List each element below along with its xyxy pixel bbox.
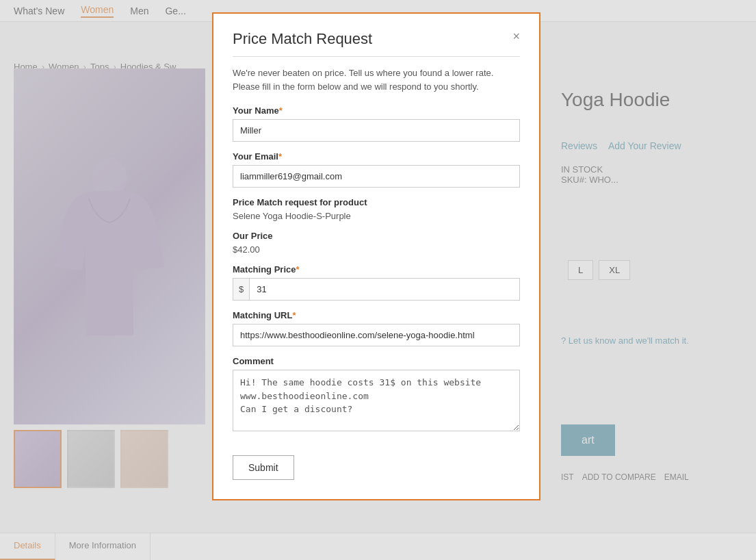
email-required: * <box>278 151 282 162</box>
matching-price-label: Matching Price* <box>233 264 520 275</box>
email-label: Your Email* <box>233 151 520 162</box>
modal-close-button[interactable]: × <box>512 30 520 42</box>
submit-button[interactable]: Submit <box>233 455 294 480</box>
modal-description: We're never beaten on price. Tell us whe… <box>233 66 520 93</box>
product-label: Price Match request for product <box>233 197 520 207</box>
matching-url-group: Matching URL* <box>233 310 520 346</box>
name-label: Your Name* <box>233 105 520 116</box>
comment-group: Comment Hi! The same hoodie costs 31$ on… <box>233 356 520 433</box>
matching-price-group: Matching Price* $ <box>233 264 520 301</box>
modal-divider <box>233 56 520 57</box>
currency-prefix: $ <box>233 279 250 300</box>
matching-price-required: * <box>296 264 299 275</box>
matching-price-row: $ <box>233 278 520 301</box>
comment-label: Comment <box>233 356 520 366</box>
comment-textarea[interactable]: Hi! The same hoodie costs 31$ on this we… <box>233 370 520 431</box>
product-field-group: Price Match request for product Selene Y… <box>233 197 520 221</box>
our-price-value: $42.00 <box>233 244 520 255</box>
price-match-modal: Price Match Request × We're never beaten… <box>212 12 540 500</box>
modal-header: Price Match Request × <box>233 30 520 48</box>
matching-url-label: Matching URL* <box>233 310 520 320</box>
product-value: Selene Yoga Hoodie-S-Purple <box>233 211 520 221</box>
email-field-group: Your Email* <box>233 151 520 188</box>
name-required: * <box>279 105 283 116</box>
matching-url-required: * <box>292 310 296 320</box>
name-input[interactable] <box>233 119 520 142</box>
matching-url-input[interactable] <box>233 324 520 346</box>
email-input[interactable] <box>233 165 520 188</box>
name-field-group: Your Name* <box>233 105 520 142</box>
modal-title: Price Match Request <box>233 30 372 48</box>
matching-price-input[interactable] <box>250 279 519 300</box>
our-price-group: Our Price $42.00 <box>233 231 520 255</box>
our-price-label: Our Price <box>233 231 520 241</box>
